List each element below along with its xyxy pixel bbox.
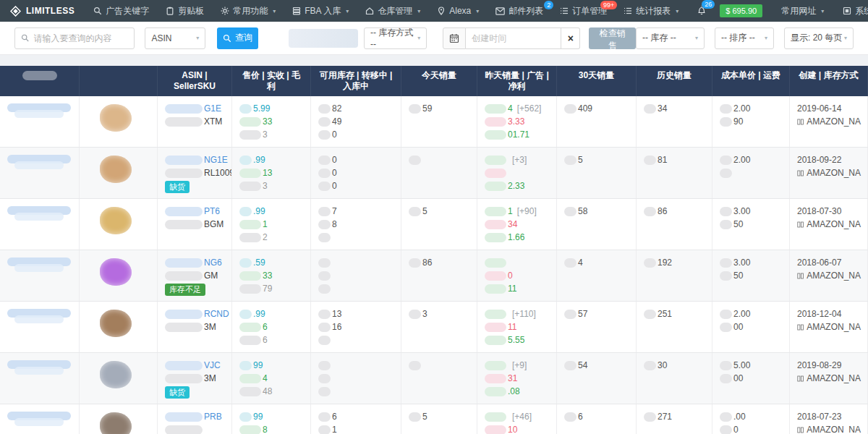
notifications-bell[interactable]: 26	[697, 5, 707, 17]
nav-order-management[interactable]: 订单管理 99+	[560, 5, 607, 17]
sales-30d-value: 58	[578, 205, 587, 218]
image-cell	[80, 353, 158, 404]
redacted-30d	[564, 310, 576, 319]
asin-link[interactable]: VJC	[204, 359, 221, 372]
calendar-button[interactable]	[443, 27, 466, 49]
asin-link[interactable]: NG1E	[204, 153, 228, 166]
asin-link[interactable]: PRB	[204, 410, 222, 423]
yesterday-extra: [+110]	[512, 307, 536, 320]
clear-date-button[interactable]: ×	[561, 27, 580, 49]
search-box[interactable]	[14, 27, 135, 49]
search-icon	[93, 7, 102, 15]
nav-clipboard[interactable]: 剪贴板	[166, 5, 204, 17]
today-sales-value: 3	[422, 307, 427, 320]
nav-common-urls[interactable]: 常用网址▾	[781, 5, 824, 17]
redacted-sku-prefix	[165, 169, 203, 178]
nav-system-management[interactable]: 系统管理▾	[843, 5, 868, 17]
unit-cost-value: 2.00	[733, 307, 750, 320]
product-image[interactable]	[100, 156, 132, 183]
nav-ad-keywords[interactable]: 广告关键字	[93, 5, 149, 17]
redacted-sku-prefix	[165, 374, 203, 383]
asin-sku-cell: NG1E RL1009 缺货	[158, 148, 232, 198]
nav-mail-list[interactable]: 邮件列表 2	[495, 5, 543, 17]
header-cost[interactable]: 成本单价 | 运费	[712, 66, 790, 96]
net-profit-value: 01.71	[508, 128, 529, 141]
product-image[interactable]	[100, 104, 132, 132]
history-sales-value: 192	[658, 256, 672, 269]
product-image[interactable]	[100, 258, 132, 286]
table-row[interactable]: PRB 99 8 1 6 1 5 [+46]	[0, 404, 868, 434]
asin-link[interactable]: G1E	[204, 102, 221, 115]
table-row[interactable]: VJC 3M 缺货 99 4 48 [+9]	[0, 353, 868, 404]
shipping-cost-value: 50	[733, 218, 743, 231]
created-date: 2019-06-14	[797, 102, 861, 115]
header-asin-sku[interactable]: ASIN | SellerSKU	[158, 66, 232, 96]
redacted-asin-prefix	[165, 207, 203, 216]
stock-cell: 6 1	[311, 404, 401, 434]
received-value: 8	[263, 423, 268, 434]
filter-right-group: -- 库存 --▾ -- 排序 --▾ 显示: 20 每页▾	[636, 27, 854, 49]
header-price[interactable]: 售价 | 实收 | 毛利	[232, 66, 311, 96]
header-stock[interactable]: 可用库存 | 转移中 | 入库中	[311, 66, 401, 96]
table-row[interactable]: NG1E RL1009 缺货 .99 13 3 0 0 0	[0, 148, 868, 199]
redacted-stock	[318, 271, 331, 281]
history-sales-cell: 34	[637, 96, 712, 147]
page-size-select[interactable]: 显示: 20 每页▾	[784, 27, 854, 49]
stock-select[interactable]: -- 库存 --▾	[636, 27, 705, 49]
asin-link[interactable]: NG6	[204, 256, 222, 269]
brand[interactable]: LIMITLESS	[10, 6, 75, 17]
seller-sku: GM	[204, 269, 218, 282]
created-date-input[interactable]	[466, 27, 561, 49]
nav-common-functions[interactable]: 常用功能▾	[221, 5, 276, 17]
product-image[interactable]	[100, 361, 132, 388]
redacted-today	[409, 258, 421, 268]
check-sales-button[interactable]: 检查销售	[589, 27, 636, 49]
table-row[interactable]: RCND 3M .99 6 6 13 16 3 [+	[0, 302, 868, 353]
redacted-store-name	[7, 307, 72, 323]
history-sales-value: 251	[658, 307, 672, 320]
header-history-sales[interactable]: 历史销量	[637, 66, 712, 96]
balance-badge[interactable]: $ 695.90	[720, 4, 762, 17]
asin-sku-cell: NG6 GM 库存不足	[158, 250, 232, 301]
chevron-down-icon: ▾	[844, 35, 847, 41]
table-row[interactable]: PT6 BGM .99 1 2 7 8 5 1[+9	[0, 199, 868, 250]
product-image[interactable]	[100, 207, 132, 234]
sort-select[interactable]: -- 排序 --▾	[715, 27, 774, 49]
redacted-ad-cost	[485, 169, 506, 178]
table-row[interactable]: NG6 GM 库存不足 .59 33 79 86	[0, 250, 868, 302]
product-image[interactable]	[100, 412, 132, 434]
query-button[interactable]: 查询	[217, 27, 258, 49]
redacted-received	[239, 374, 261, 383]
available-stock: 7	[332, 205, 337, 218]
redacted-stock	[318, 104, 331, 114]
redacted-received	[239, 169, 261, 178]
nav-warehouse[interactable]: 仓库管理▾	[365, 5, 420, 17]
asin-link[interactable]: RCND	[204, 307, 229, 320]
nav-fba-inbound[interactable]: FBA 入库▾	[292, 5, 349, 17]
yesterday-extra: [+3]	[512, 153, 527, 166]
product-image[interactable]	[100, 310, 132, 337]
header-today-sales[interactable]: 今天销量	[401, 66, 477, 96]
nav-alexa[interactable]: Alexa▾	[437, 6, 479, 16]
stock-mode-select[interactable]: -- 库存方式 --▾	[364, 27, 427, 49]
header-created[interactable]: 创建 | 库存方式	[790, 66, 868, 96]
chevron-down-icon: ▾	[765, 35, 767, 41]
history-sales-cell: 86	[637, 199, 712, 250]
header-yesterday-sales[interactable]: 昨天销量 | 广告 | 净利	[477, 66, 557, 96]
table-row[interactable]: G1E XTM 5.99 33 3 82 49 0 59	[0, 96, 868, 148]
redacted-filter-field[interactable]	[289, 29, 358, 48]
redacted-yesterday	[485, 156, 506, 165]
asin-link[interactable]: PT6	[204, 205, 220, 218]
nav-label: 统计报表	[636, 5, 671, 17]
redacted-shipping	[720, 425, 732, 434]
search-input[interactable]	[33, 33, 128, 43]
profit-value: 2	[263, 231, 268, 244]
redacted-ad-cost	[485, 117, 506, 127]
redacted-received	[239, 117, 261, 127]
created-date: 2018-06-07	[797, 256, 861, 269]
cost-cell: 2.00 00	[712, 302, 790, 352]
price-cell: .99 1 2	[232, 199, 311, 250]
search-type-select[interactable]: ASIN▾	[145, 27, 205, 49]
header-30day-sales[interactable]: 30天销量	[557, 66, 637, 96]
nav-statistics[interactable]: 统计报表▾	[624, 5, 678, 17]
